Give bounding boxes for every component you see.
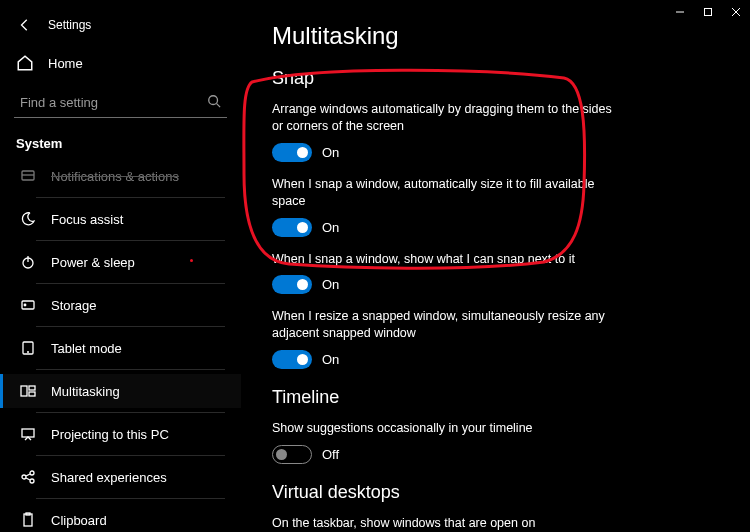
section-title-vdesktops: Virtual desktops xyxy=(272,482,720,503)
svg-rect-1 xyxy=(705,9,712,16)
home-icon xyxy=(16,54,34,72)
svg-line-21 xyxy=(26,474,30,476)
sidebar-item-projecting[interactable]: Projecting to this PC xyxy=(0,417,241,451)
toggle-snap-assist[interactable] xyxy=(272,275,312,294)
toggle-snap-resize[interactable] xyxy=(272,350,312,369)
nav-divider xyxy=(36,197,225,198)
multitasking-icon xyxy=(19,383,37,399)
svg-line-5 xyxy=(217,104,221,108)
nav-divider xyxy=(36,412,225,413)
toggle-state: On xyxy=(322,277,339,292)
nav-label: Projecting to this PC xyxy=(51,427,169,442)
nav-divider xyxy=(36,498,225,499)
annotation-circle xyxy=(242,64,594,274)
toggle-state: Off xyxy=(322,447,339,462)
sidebar-item-clipboard[interactable]: Clipboard xyxy=(0,503,241,532)
page-title: Multitasking xyxy=(272,22,720,50)
search-icon xyxy=(207,94,221,112)
nav-label: Shared experiences xyxy=(51,470,167,485)
setting-label: Arrange windows automatically by draggin… xyxy=(272,101,612,135)
clipboard-icon xyxy=(19,512,37,528)
close-button[interactable] xyxy=(722,0,750,24)
nav-label: Clipboard xyxy=(51,513,107,528)
svg-rect-15 xyxy=(29,386,35,390)
notifications-icon xyxy=(19,168,37,184)
svg-line-22 xyxy=(26,478,30,480)
setting-label: When I resize a snapped window, simultan… xyxy=(272,308,612,342)
nav-label: Power & sleep xyxy=(51,255,135,270)
nav-divider xyxy=(36,369,225,370)
power-icon xyxy=(19,254,37,270)
nav-divider xyxy=(36,283,225,284)
svg-point-4 xyxy=(209,96,218,105)
toggle-state: On xyxy=(322,145,339,160)
setting-label: When I snap a window, show what I can sn… xyxy=(272,251,612,268)
svg-point-18 xyxy=(22,475,26,479)
setting-label: When I snap a window, automatically size… xyxy=(272,176,612,210)
nav-label: Multitasking xyxy=(51,384,120,399)
section-label: System xyxy=(0,128,241,159)
toggle-state: On xyxy=(322,220,339,235)
tablet-icon xyxy=(19,340,37,356)
nav-divider xyxy=(36,240,225,241)
nav-divider xyxy=(36,455,225,456)
nav-label: Focus assist xyxy=(51,212,123,227)
svg-rect-17 xyxy=(22,429,34,437)
setting-label: Show suggestions occasionally in your ti… xyxy=(272,420,612,437)
storage-icon xyxy=(19,297,37,313)
nav-label: Notifications & actions xyxy=(51,169,179,184)
svg-rect-16 xyxy=(29,392,35,396)
projecting-icon xyxy=(19,426,37,442)
toggle-snap-arrange[interactable] xyxy=(272,143,312,162)
svg-point-20 xyxy=(30,479,34,483)
svg-point-19 xyxy=(30,471,34,475)
svg-point-11 xyxy=(24,304,26,306)
nav-label: Storage xyxy=(51,298,97,313)
section-title-snap: Snap xyxy=(272,68,720,89)
annotation-dot xyxy=(190,259,193,262)
svg-rect-14 xyxy=(21,386,27,396)
sidebar-item-shared-experiences[interactable]: Shared experiences xyxy=(0,460,241,494)
nav-divider xyxy=(36,326,225,327)
sidebar-nav: Notifications & actions Focus assist Pow… xyxy=(0,159,241,532)
moon-icon xyxy=(19,211,37,227)
sidebar-item-power-sleep[interactable]: Power & sleep xyxy=(0,245,241,279)
home-label: Home xyxy=(48,56,83,71)
back-button[interactable] xyxy=(14,14,36,36)
sidebar-home[interactable]: Home xyxy=(0,44,241,82)
shared-icon xyxy=(19,469,37,485)
svg-rect-23 xyxy=(24,514,32,526)
sidebar-item-multitasking[interactable]: Multitasking xyxy=(0,374,241,408)
sidebar-item-tablet-mode[interactable]: Tablet mode xyxy=(0,331,241,365)
toggle-timeline-suggestions[interactable] xyxy=(272,445,312,464)
toggle-snap-fill[interactable] xyxy=(272,218,312,237)
nav-label: Tablet mode xyxy=(51,341,122,356)
sidebar-item-notifications[interactable]: Notifications & actions xyxy=(0,159,241,193)
sidebar-item-storage[interactable]: Storage xyxy=(0,288,241,322)
sidebar: Settings Home System Notifications & xyxy=(0,0,242,532)
section-title-timeline: Timeline xyxy=(272,387,720,408)
app-title: Settings xyxy=(48,18,91,32)
main-content: Multitasking Snap Arrange windows automa… xyxy=(242,0,750,532)
maximize-button[interactable] xyxy=(694,0,722,24)
toggle-state: On xyxy=(322,352,339,367)
sidebar-item-focus-assist[interactable]: Focus assist xyxy=(0,202,241,236)
setting-label: On the taskbar, show windows that are op… xyxy=(272,515,612,532)
minimize-button[interactable] xyxy=(666,0,694,24)
search-input[interactable] xyxy=(14,88,227,118)
